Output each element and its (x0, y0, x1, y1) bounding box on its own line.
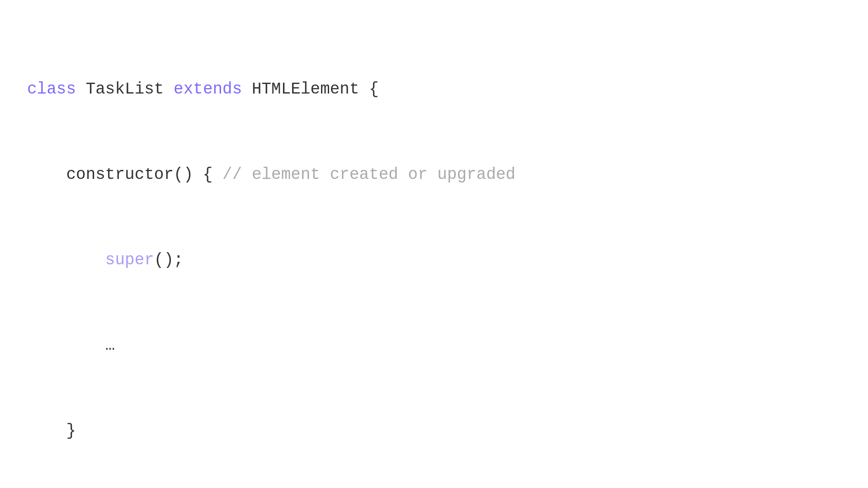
extends-target: HTMLElement { (242, 80, 378, 99)
keyword-super: super (105, 251, 154, 269)
code-line-1: class TaskList extends HTMLElement { (27, 75, 841, 103)
comment-constructor: // element created or upgraded (222, 165, 515, 184)
class-name: TaskList (86, 80, 174, 99)
constructor-parens: () { (174, 165, 222, 184)
code-line-5: } (27, 417, 841, 445)
keyword-class: class (27, 80, 76, 99)
code-block: class TaskList extends HTMLElement { con… (27, 18, 841, 488)
code-line-2: constructor() { // element created or up… (27, 160, 841, 189)
ellipsis-1: … (105, 336, 115, 355)
code-line-3: super(); (27, 246, 841, 274)
close-brace-1: } (66, 422, 76, 440)
keyword-extends: extends (174, 80, 242, 99)
constructor-method: constructor (66, 165, 174, 184)
super-call: (); (154, 251, 184, 269)
code-line-4: … (27, 331, 841, 360)
